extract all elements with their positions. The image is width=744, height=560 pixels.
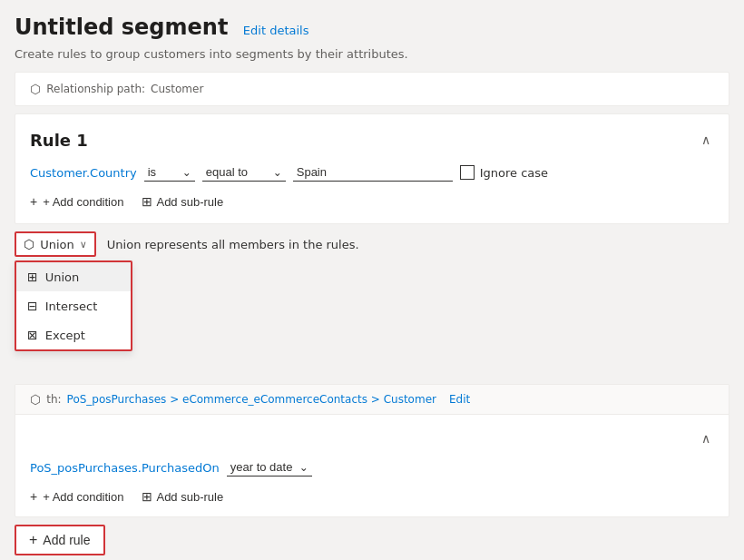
rule2-action-row: + + Add condition ⊞ Add sub-rule [30, 489, 714, 504]
union-description: Union represents all members in the rule… [107, 238, 359, 251]
rule2-edit-link[interactable]: Edit [449, 393, 470, 406]
rule1-card: Rule 1 ∧ Customer.Country is is not equa… [15, 113, 729, 224]
rule2-add-sub-rule-button[interactable]: ⊞ Add sub-rule [142, 489, 223, 504]
relationship-icon: ⬡ [30, 82, 41, 96]
add-rule-label: Add rule [43, 533, 90, 547]
rule2-collapse-button[interactable]: ∧ [698, 427, 714, 449]
rule2-operator-select[interactable]: year to date last 30 days last 7 days [227, 458, 312, 476]
union-option-except-label: Except [45, 329, 85, 342]
union-option-union-label: Union [45, 270, 80, 284]
page-subtitle: Create rules to group customers into seg… [15, 47, 729, 61]
rule1-condition-row: Customer.Country is is not equal to not … [30, 163, 714, 182]
rule2-condition-row: PoS_posPurchases.PurchasedOn year to dat… [30, 458, 714, 476]
rule2-card: ⬡ th: PoS_posPurchases > eCommerce_eComm… [15, 384, 729, 517]
union-chevron-icon: ∨ [80, 239, 87, 251]
union-option-intersect[interactable]: ⊟ Intersect [16, 291, 131, 320]
relationship-path-value: Customer [151, 83, 203, 95]
edit-details-link[interactable]: Edit details [243, 24, 309, 37]
union-dropdown-menu: ⊞ Union ⊟ Intersect ⊠ Except [15, 260, 132, 351]
union-option-except[interactable]: ⊠ Except [16, 320, 131, 349]
union-option-union[interactable]: ⊞ Union [16, 262, 131, 291]
rule1-add-condition-button[interactable]: + + Add condition [30, 194, 123, 209]
rule1-ignore-case-label: Ignore case [460, 165, 548, 180]
relationship-path-card: ⬡ Relationship path: Customer [15, 72, 729, 106]
rule1-collapse-button[interactable]: ∧ [698, 129, 714, 151]
rule1-field-label: Customer.Country [30, 166, 137, 180]
rule1-operator-select[interactable]: is is not [144, 163, 195, 182]
union-icon: ⬡ [24, 237, 34, 251]
rule2-body: ∧ PoS_posPurchases.PurchasedOn year to d… [15, 415, 729, 516]
add-rule-button[interactable]: + Add rule [15, 525, 105, 555]
path-prefix-icon: ⬡ [30, 392, 41, 407]
union-option-intersect-icon: ⊟ [27, 299, 38, 313]
rule2-path-text: PoS_posPurchases > eCommerce_eCommerceCo… [67, 393, 436, 406]
union-option-union-icon: ⊞ [27, 270, 38, 284]
add-rule-icon: + [29, 532, 37, 548]
rule2-path-bar: ⬡ th: PoS_posPurchases > eCommerce_eComm… [15, 385, 729, 415]
rule1-operator-wrapper: is is not [144, 163, 195, 182]
rule2-add-condition-button[interactable]: + + Add condition [30, 489, 123, 504]
rule1-title: Rule 1 [30, 131, 88, 150]
relationship-path-label: Relationship path: [46, 83, 145, 95]
page-title: Untitled segment [15, 15, 228, 40]
union-section: ⬡ Union ∨ Union represents all members i… [15, 231, 729, 257]
rule2-operator-wrapper: year to date last 30 days last 7 days [227, 458, 312, 476]
rule1-comparator-wrapper: equal to not equal to contains [202, 163, 286, 182]
rule1-add-sub-rule-button[interactable]: ⊞ Add sub-rule [142, 194, 223, 209]
union-selected-label: Union [40, 238, 74, 251]
union-dropdown-button[interactable]: ⬡ Union ∨ [15, 231, 96, 257]
union-option-except-icon: ⊠ [27, 328, 38, 342]
rule1-action-row: + + Add condition ⊞ Add sub-rule [30, 194, 714, 209]
rule2-path-prefix: th: [46, 393, 61, 406]
union-option-intersect-label: Intersect [45, 300, 98, 313]
rule2-field-label: PoS_posPurchases.PurchasedOn [30, 461, 220, 475]
rule1-value-input[interactable] [293, 163, 453, 182]
ignore-case-checkbox[interactable] [460, 165, 475, 180]
rule1-comparator-select[interactable]: equal to not equal to contains [202, 163, 286, 182]
